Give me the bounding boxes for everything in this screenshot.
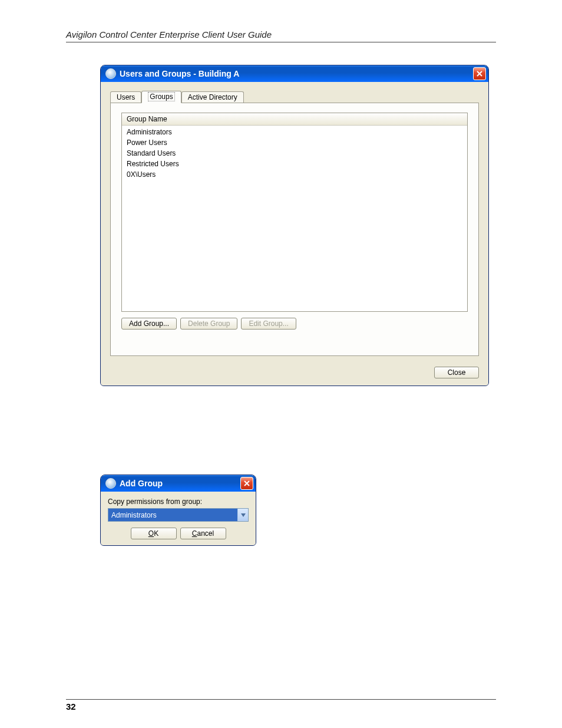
window-body: Users Groups Active Directory Group Name… [101, 82, 488, 386]
close-icon[interactable] [240, 477, 253, 490]
cancel-button[interactable]: Cancel [180, 528, 226, 539]
copy-permissions-label: Copy permissions from group: [108, 498, 249, 506]
group-buttons-row: Add Group... Delete Group Edit Group... [121, 318, 468, 330]
close-button[interactable]: Close [434, 367, 479, 378]
document-header: Avigilon Control Center Enterprise Clien… [66, 29, 496, 42]
add-group-button[interactable]: Add Group... [121, 318, 177, 330]
tab-users[interactable]: Users [110, 91, 141, 103]
copy-permissions-combo[interactable]: Administrators [108, 508, 249, 522]
tab-label: Active Directory [188, 93, 237, 101]
window-title: Add Group [120, 479, 237, 488]
delete-group-button: Delete Group [180, 318, 237, 330]
window-body: Copy permissions from group: Administrat… [101, 492, 256, 545]
list-item[interactable]: Administrators [125, 127, 464, 137]
edit-group-button: Edit Group... [241, 318, 296, 330]
list-item[interactable]: 0X\Users [125, 169, 464, 180]
list-column-header[interactable]: Group Name [122, 113, 467, 126]
users-and-groups-window: Users and Groups - Building A Users Grou… [100, 65, 489, 386]
tab-label: Groups [148, 92, 174, 101]
titlebar[interactable]: Users and Groups - Building A [101, 65, 488, 82]
ok-button[interactable]: OK [131, 528, 177, 539]
document-page: Avigilon Control Center Enterprise Clien… [0, 0, 562, 728]
titlebar[interactable]: Add Group [101, 475, 256, 492]
list-item[interactable]: Power Users [125, 137, 464, 148]
list-body: Administrators Power Users Standard User… [122, 126, 467, 311]
dialog-buttons: OK Cancel [108, 528, 249, 539]
app-icon [105, 68, 116, 79]
dialog-footer: Close [110, 356, 479, 378]
list-item[interactable]: Restricted Users [125, 159, 464, 169]
window-title: Users and Groups - Building A [120, 69, 470, 78]
tab-groups[interactable]: Groups [141, 91, 181, 103]
chevron-down-icon[interactable] [237, 509, 248, 521]
tab-active-directory[interactable]: Active Directory [181, 91, 244, 103]
list-item[interactable]: Standard Users [125, 148, 464, 159]
groups-panel: Group Name Administrators Power Users St… [110, 103, 479, 356]
combo-selected-value: Administrators [108, 509, 237, 521]
tabstrip: Users Groups Active Directory [110, 90, 479, 103]
group-list[interactable]: Group Name Administrators Power Users St… [121, 113, 468, 312]
page-number: 32 [66, 699, 496, 711]
tab-label: Users [117, 93, 135, 101]
app-icon [105, 478, 116, 489]
close-icon[interactable] [473, 67, 486, 80]
add-group-window: Add Group Copy permissions from group: A… [100, 475, 256, 546]
